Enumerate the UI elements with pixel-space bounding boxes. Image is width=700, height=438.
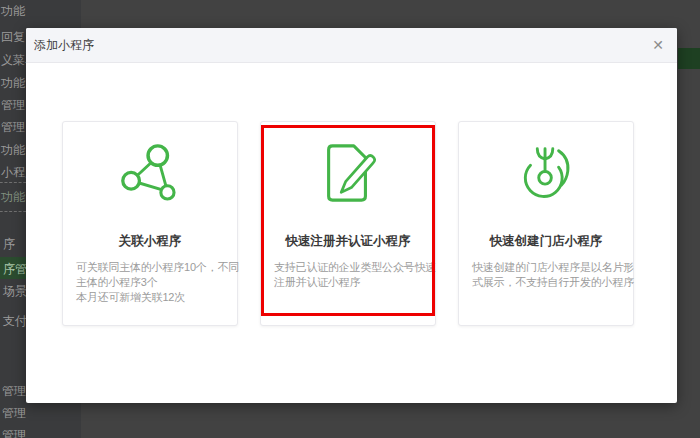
- close-icon[interactable]: ✕: [652, 37, 664, 53]
- sidebar-item: 管理: [2, 385, 26, 398]
- card-create-store-miniprogram[interactable]: 快速创建门店小程序 快速创建的门店小程序是以名片形 式展示，不支持自行开发的小程…: [458, 121, 634, 326]
- card-description-line: 式展示，不支持自行开发的小程序: [472, 275, 620, 290]
- card-description-line: 本月还可新增关联12次: [76, 290, 224, 305]
- sidebar-item: 功能: [1, 5, 25, 18]
- card-description-line: 支持已认证的企业类型公众号快速: [274, 260, 422, 275]
- sidebar-item: 管理: [2, 407, 26, 420]
- card-description-line: 注册并认证小程序: [274, 275, 422, 290]
- sidebar-item: 支付: [3, 315, 27, 328]
- dialog-title: 添加小程序: [34, 28, 94, 62]
- sidebar-item: 管理: [1, 121, 25, 134]
- card-description-line: 快速创建的门店小程序是以名片形: [472, 260, 620, 275]
- clipped-green-button: [678, 48, 700, 69]
- fork-swirl-icon: [515, 142, 577, 204]
- card-link-miniprogram[interactable]: 关联小程序 可关联同主体的小程序10个，不同 主体的小程序3个 本月还可新增关联…: [62, 121, 238, 326]
- card-title: 关联小程序: [63, 233, 237, 249]
- card-title: 快速创建门店小程序: [459, 233, 633, 249]
- card-description: 快速创建的门店小程序是以名片形 式展示，不支持自行开发的小程序: [459, 260, 633, 290]
- sidebar-item: 序: [3, 238, 15, 251]
- sidebar-item: 回复: [1, 31, 25, 44]
- card-title: 快速注册并认证小程序: [261, 233, 435, 249]
- add-miniprogram-dialog: 添加小程序 ✕ 关联小程序 可关联同主体的小程序10个，不同 主体的小程序3个: [26, 28, 677, 403]
- card-description: 可关联同主体的小程序10个，不同 主体的小程序3个 本月还可新增关联12次: [63, 260, 237, 305]
- card-description: 支持已认证的企业类型公众号快速 注册并认证小程序: [261, 260, 435, 290]
- sidebar-item: 管理: [2, 429, 26, 438]
- dimmed-page-overlay: 功能 回复 义菜单 功能 管理 管理 功能 小程序 功能 序 序管理 场景 支付…: [0, 0, 700, 438]
- option-cards: 关联小程序 可关联同主体的小程序10个，不同 主体的小程序3个 本月还可新增关联…: [62, 121, 634, 326]
- card-description-line: 主体的小程序3个: [76, 275, 224, 290]
- sidebar-item-label: 功能: [1, 191, 25, 204]
- sidebar-item: 功能: [1, 77, 25, 90]
- dialog-header: 添加小程序 ✕: [26, 28, 677, 63]
- link-nodes-icon: [119, 142, 181, 204]
- card-description-line: 可关联同主体的小程序10个，不同: [76, 260, 224, 275]
- sidebar-item: 管理: [1, 99, 25, 112]
- sidebar-item: 场景: [3, 285, 27, 298]
- document-pen-icon: [317, 142, 379, 204]
- card-register-certify-miniprogram[interactable]: 快速注册并认证小程序 支持已认证的企业类型公众号快速 注册并认证小程序: [260, 121, 436, 326]
- sidebar-item: 功能: [1, 144, 25, 157]
